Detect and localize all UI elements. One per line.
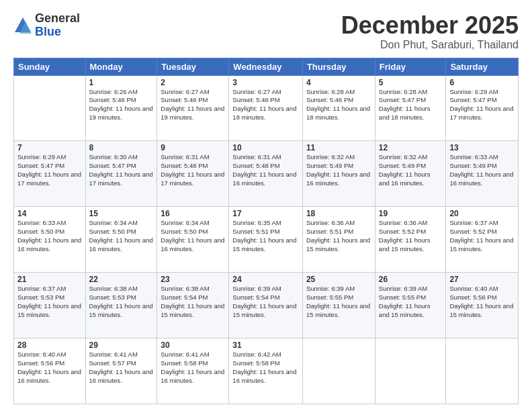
day-cell: 29Sunrise: 6:41 AMSunset: 5:57 PMDayligh… (85, 338, 157, 404)
col-header-thursday: Thursday (302, 58, 375, 75)
day-cell: 9Sunrise: 6:31 AMSunset: 5:48 PMDaylight… (157, 141, 229, 207)
day-detail: Sunrise: 6:30 AMSunset: 5:47 PMDaylight:… (89, 153, 154, 187)
day-detail: Sunrise: 6:26 AMSunset: 5:46 PMDaylight:… (89, 88, 154, 122)
col-header-monday: Monday (85, 58, 157, 75)
day-detail: Sunrise: 6:41 AMSunset: 5:58 PMDaylight:… (161, 351, 225, 385)
day-number: 5 (379, 78, 443, 87)
day-cell (446, 338, 519, 404)
week-row-4: 21Sunrise: 6:37 AMSunset: 5:53 PMDayligh… (14, 273, 519, 338)
day-detail: Sunrise: 6:37 AMSunset: 5:53 PMDaylight:… (17, 285, 82, 319)
day-number: 31 (232, 340, 299, 350)
day-detail: Sunrise: 6:38 AMSunset: 5:54 PMDaylight:… (161, 285, 225, 319)
day-number: 17 (232, 209, 299, 218)
day-detail: Sunrise: 6:38 AMSunset: 5:53 PMDaylight:… (89, 285, 154, 319)
day-cell: 30Sunrise: 6:41 AMSunset: 5:58 PMDayligh… (157, 338, 229, 404)
day-detail: Sunrise: 6:37 AMSunset: 5:52 PMDaylight:… (449, 219, 515, 253)
day-number: 14 (17, 209, 82, 218)
logo: General Blue (13, 12, 80, 39)
day-detail: Sunrise: 6:29 AMSunset: 5:47 PMDaylight:… (449, 88, 515, 122)
logo-blue: Blue (35, 26, 80, 39)
day-detail: Sunrise: 6:27 AMSunset: 5:46 PMDaylight:… (232, 88, 299, 122)
day-number: 16 (161, 209, 225, 218)
day-cell: 19Sunrise: 6:36 AMSunset: 5:52 PMDayligh… (375, 207, 446, 273)
day-cell: 22Sunrise: 6:38 AMSunset: 5:53 PMDayligh… (85, 273, 157, 338)
day-cell: 8Sunrise: 6:30 AMSunset: 5:47 PMDaylight… (85, 141, 157, 207)
day-detail: Sunrise: 6:31 AMSunset: 5:48 PMDaylight:… (232, 153, 299, 187)
day-number: 20 (449, 209, 515, 218)
day-number: 11 (306, 143, 371, 152)
day-cell: 12Sunrise: 6:32 AMSunset: 5:49 PMDayligh… (375, 141, 446, 207)
day-number: 29 (89, 340, 154, 350)
day-cell: 16Sunrise: 6:34 AMSunset: 5:50 PMDayligh… (157, 207, 229, 273)
day-detail: Sunrise: 6:40 AMSunset: 5:56 PMDaylight:… (449, 285, 515, 319)
day-detail: Sunrise: 6:34 AMSunset: 5:50 PMDaylight:… (89, 219, 154, 253)
day-number: 2 (161, 78, 225, 87)
day-detail: Sunrise: 6:34 AMSunset: 5:50 PMDaylight:… (161, 219, 225, 253)
day-cell (14, 75, 86, 141)
day-cell: 28Sunrise: 6:40 AMSunset: 5:56 PMDayligh… (14, 338, 86, 404)
title-block: December 2025 Don Phut, Saraburi, Thaila… (341, 12, 519, 51)
day-number: 1 (89, 78, 154, 87)
day-number: 28 (17, 340, 82, 350)
day-number: 23 (161, 275, 225, 284)
day-detail: Sunrise: 6:39 AMSunset: 5:55 PMDaylight:… (306, 285, 371, 319)
day-detail: Sunrise: 6:27 AMSunset: 5:46 PMDaylight:… (161, 88, 225, 122)
day-number: 15 (89, 209, 154, 218)
day-cell: 13Sunrise: 6:33 AMSunset: 5:49 PMDayligh… (446, 141, 519, 207)
day-number: 10 (232, 143, 299, 152)
day-cell: 6Sunrise: 6:29 AMSunset: 5:47 PMDaylight… (446, 75, 519, 141)
header-row: SundayMondayTuesdayWednesdayThursdayFrid… (14, 58, 519, 75)
day-detail: Sunrise: 6:28 AMSunset: 5:46 PMDaylight:… (306, 88, 371, 122)
day-number: 12 (379, 143, 443, 152)
day-detail: Sunrise: 6:31 AMSunset: 5:48 PMDaylight:… (161, 153, 225, 187)
day-cell: 26Sunrise: 6:39 AMSunset: 5:55 PMDayligh… (375, 273, 446, 338)
day-cell: 17Sunrise: 6:35 AMSunset: 5:51 PMDayligh… (229, 207, 303, 273)
col-header-sunday: Sunday (14, 58, 86, 75)
day-cell: 20Sunrise: 6:37 AMSunset: 5:52 PMDayligh… (446, 207, 519, 273)
day-detail: Sunrise: 6:35 AMSunset: 5:51 PMDaylight:… (232, 219, 299, 253)
col-header-wednesday: Wednesday (229, 58, 303, 75)
week-row-5: 28Sunrise: 6:40 AMSunset: 5:56 PMDayligh… (14, 338, 519, 404)
day-cell: 21Sunrise: 6:37 AMSunset: 5:53 PMDayligh… (14, 273, 86, 338)
day-number: 26 (379, 275, 443, 284)
day-number: 8 (89, 143, 154, 152)
day-detail: Sunrise: 6:36 AMSunset: 5:51 PMDaylight:… (306, 219, 371, 253)
day-detail: Sunrise: 6:28 AMSunset: 5:47 PMDaylight:… (379, 88, 443, 122)
day-cell: 23Sunrise: 6:38 AMSunset: 5:54 PMDayligh… (157, 273, 229, 338)
calendar-table: SundayMondayTuesdayWednesdayThursdayFrid… (13, 58, 519, 404)
day-detail: Sunrise: 6:32 AMSunset: 5:49 PMDaylight:… (306, 153, 371, 187)
col-header-friday: Friday (375, 58, 446, 75)
day-number: 27 (449, 275, 515, 284)
day-detail: Sunrise: 6:42 AMSunset: 5:58 PMDaylight:… (232, 351, 299, 385)
day-detail: Sunrise: 6:41 AMSunset: 5:57 PMDaylight:… (89, 351, 154, 385)
day-number: 9 (161, 143, 225, 152)
col-header-saturday: Saturday (446, 58, 519, 75)
day-detail: Sunrise: 6:33 AMSunset: 5:49 PMDaylight:… (449, 153, 515, 187)
day-number: 3 (232, 78, 299, 87)
location-subtitle: Don Phut, Saraburi, Thailand (341, 39, 519, 51)
day-detail: Sunrise: 6:40 AMSunset: 5:56 PMDaylight:… (17, 351, 82, 385)
day-cell: 25Sunrise: 6:39 AMSunset: 5:55 PMDayligh… (302, 273, 375, 338)
day-number: 30 (161, 340, 225, 350)
day-number: 22 (89, 275, 154, 284)
week-row-1: 1Sunrise: 6:26 AMSunset: 5:46 PMDaylight… (14, 75, 519, 141)
day-cell: 15Sunrise: 6:34 AMSunset: 5:50 PMDayligh… (85, 207, 157, 273)
day-cell: 1Sunrise: 6:26 AMSunset: 5:46 PMDaylight… (85, 75, 157, 141)
day-detail: Sunrise: 6:29 AMSunset: 5:47 PMDaylight:… (17, 153, 82, 187)
day-cell: 24Sunrise: 6:39 AMSunset: 5:54 PMDayligh… (229, 273, 303, 338)
logo-text: General Blue (35, 12, 80, 39)
day-cell: 4Sunrise: 6:28 AMSunset: 5:46 PMDaylight… (302, 75, 375, 141)
day-number: 7 (17, 143, 82, 152)
day-number: 18 (306, 209, 371, 218)
day-cell: 31Sunrise: 6:42 AMSunset: 5:58 PMDayligh… (229, 338, 303, 404)
day-cell: 7Sunrise: 6:29 AMSunset: 5:47 PMDaylight… (14, 141, 86, 207)
calendar-page: General Blue December 2025 Don Phut, Sar… (0, 0, 532, 411)
day-cell (375, 338, 446, 404)
day-detail: Sunrise: 6:39 AMSunset: 5:54 PMDaylight:… (232, 285, 299, 319)
day-cell: 18Sunrise: 6:36 AMSunset: 5:51 PMDayligh… (302, 207, 375, 273)
day-number: 24 (232, 275, 299, 284)
day-detail: Sunrise: 6:32 AMSunset: 5:49 PMDaylight:… (379, 153, 443, 187)
day-cell: 14Sunrise: 6:33 AMSunset: 5:50 PMDayligh… (14, 207, 86, 273)
day-cell: 11Sunrise: 6:32 AMSunset: 5:49 PMDayligh… (302, 141, 375, 207)
col-header-tuesday: Tuesday (157, 58, 229, 75)
